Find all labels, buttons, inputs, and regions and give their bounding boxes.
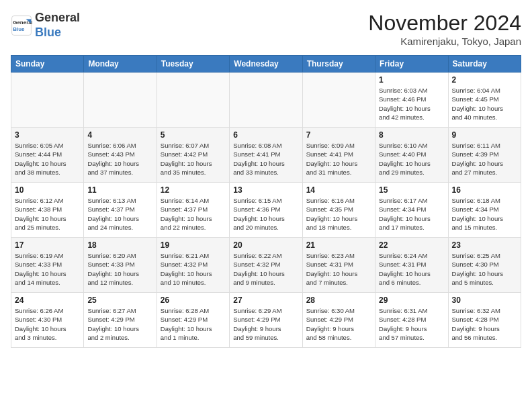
- day-info: Sunrise: 6:20 AM Sunset: 4:33 PM Dayligh…: [87, 251, 152, 287]
- calendar-cell: 15Sunrise: 6:17 AM Sunset: 4:34 PM Dayli…: [375, 183, 448, 238]
- day-number: 22: [379, 240, 444, 250]
- day-number: 23: [452, 240, 517, 250]
- calendar-cell: 5Sunrise: 6:07 AM Sunset: 4:42 PM Daylig…: [157, 128, 229, 183]
- calendar-cell: 28Sunrise: 6:30 AM Sunset: 4:29 PM Dayli…: [302, 293, 375, 348]
- day-number: 7: [306, 130, 371, 140]
- day-number: 20: [233, 240, 298, 250]
- svg-text:Blue: Blue: [13, 26, 25, 32]
- day-number: 26: [161, 295, 226, 305]
- weekday-header-friday: Friday: [375, 56, 448, 73]
- calendar-cell: 8Sunrise: 6:10 AM Sunset: 4:40 PM Daylig…: [375, 128, 448, 183]
- weekday-header-tuesday: Tuesday: [157, 56, 229, 73]
- day-number: 21: [306, 240, 371, 250]
- week-row-0: 1Sunrise: 6:03 AM Sunset: 4:46 PM Daylig…: [11, 73, 521, 128]
- day-info: Sunrise: 6:13 AM Sunset: 4:37 PM Dayligh…: [87, 196, 152, 232]
- day-info: Sunrise: 6:17 AM Sunset: 4:34 PM Dayligh…: [379, 196, 444, 232]
- day-number: 30: [452, 295, 517, 305]
- weekday-header-sunday: Sunday: [11, 56, 84, 73]
- day-info: Sunrise: 6:06 AM Sunset: 4:43 PM Dayligh…: [87, 141, 152, 177]
- day-number: 25: [87, 295, 152, 305]
- logo-text: General Blue: [35, 11, 80, 40]
- day-info: Sunrise: 6:10 AM Sunset: 4:40 PM Dayligh…: [379, 141, 444, 177]
- calendar-cell: 19Sunrise: 6:21 AM Sunset: 4:32 PM Dayli…: [157, 238, 229, 293]
- day-number: 10: [15, 185, 80, 195]
- day-info: Sunrise: 6:28 AM Sunset: 4:29 PM Dayligh…: [161, 306, 226, 342]
- calendar-cell: 26Sunrise: 6:28 AM Sunset: 4:29 PM Dayli…: [157, 293, 229, 348]
- day-info: Sunrise: 6:04 AM Sunset: 4:45 PM Dayligh…: [452, 86, 517, 122]
- calendar-cell: 18Sunrise: 6:20 AM Sunset: 4:33 PM Dayli…: [84, 238, 157, 293]
- day-info: Sunrise: 6:18 AM Sunset: 4:34 PM Dayligh…: [452, 196, 517, 232]
- day-number: 1: [379, 75, 444, 85]
- day-info: Sunrise: 6:19 AM Sunset: 4:33 PM Dayligh…: [15, 251, 80, 287]
- calendar-cell: 3Sunrise: 6:05 AM Sunset: 4:44 PM Daylig…: [11, 128, 84, 183]
- day-info: Sunrise: 6:03 AM Sunset: 4:46 PM Dayligh…: [379, 86, 444, 122]
- calendar-cell: 7Sunrise: 6:09 AM Sunset: 4:41 PM Daylig…: [302, 128, 375, 183]
- calendar-cell: 4Sunrise: 6:06 AM Sunset: 4:43 PM Daylig…: [84, 128, 157, 183]
- day-number: 29: [379, 295, 444, 305]
- day-number: 28: [306, 295, 371, 305]
- month-title: November 2024: [368, 11, 521, 36]
- day-info: Sunrise: 6:11 AM Sunset: 4:39 PM Dayligh…: [452, 141, 517, 177]
- day-info: Sunrise: 6:27 AM Sunset: 4:29 PM Dayligh…: [87, 306, 152, 342]
- day-number: 15: [379, 185, 444, 195]
- day-info: Sunrise: 6:25 AM Sunset: 4:30 PM Dayligh…: [452, 251, 517, 287]
- day-info: Sunrise: 6:16 AM Sunset: 4:35 PM Dayligh…: [306, 196, 371, 232]
- week-row-2: 10Sunrise: 6:12 AM Sunset: 4:38 PM Dayli…: [11, 183, 521, 238]
- day-info: Sunrise: 6:23 AM Sunset: 4:31 PM Dayligh…: [306, 251, 371, 287]
- day-number: 5: [161, 130, 226, 140]
- week-row-3: 17Sunrise: 6:19 AM Sunset: 4:33 PM Dayli…: [11, 238, 521, 293]
- day-number: 3: [15, 130, 80, 140]
- day-number: 19: [161, 240, 226, 250]
- week-row-1: 3Sunrise: 6:05 AM Sunset: 4:44 PM Daylig…: [11, 128, 521, 183]
- weekday-header-saturday: Saturday: [448, 56, 521, 73]
- calendar-cell: 24Sunrise: 6:26 AM Sunset: 4:30 PM Dayli…: [11, 293, 84, 348]
- calendar-cell: 17Sunrise: 6:19 AM Sunset: 4:33 PM Dayli…: [11, 238, 84, 293]
- day-number: 27: [233, 295, 298, 305]
- day-info: Sunrise: 6:05 AM Sunset: 4:44 PM Dayligh…: [15, 141, 80, 177]
- calendar-cell: [11, 73, 84, 128]
- weekday-header-wednesday: Wednesday: [230, 56, 302, 73]
- day-info: Sunrise: 6:26 AM Sunset: 4:30 PM Dayligh…: [15, 306, 80, 342]
- day-info: Sunrise: 6:30 AM Sunset: 4:29 PM Dayligh…: [306, 306, 371, 342]
- calendar-cell: [302, 73, 375, 128]
- calendar-cell: 1Sunrise: 6:03 AM Sunset: 4:46 PM Daylig…: [375, 73, 448, 128]
- day-info: Sunrise: 6:21 AM Sunset: 4:32 PM Dayligh…: [161, 251, 226, 287]
- week-row-4: 24Sunrise: 6:26 AM Sunset: 4:30 PM Dayli…: [11, 293, 521, 348]
- calendar-cell: 13Sunrise: 6:15 AM Sunset: 4:36 PM Dayli…: [230, 183, 302, 238]
- calendar-cell: 12Sunrise: 6:14 AM Sunset: 4:37 PM Dayli…: [157, 183, 229, 238]
- calendar-cell: 9Sunrise: 6:11 AM Sunset: 4:39 PM Daylig…: [448, 128, 521, 183]
- logo-general: General: [35, 11, 80, 24]
- day-number: 12: [161, 185, 226, 195]
- title-block: November 2024 Kamirenjaku, Tokyo, Japan: [368, 11, 521, 47]
- calendar-cell: 20Sunrise: 6:22 AM Sunset: 4:32 PM Dayli…: [230, 238, 302, 293]
- day-number: 13: [233, 185, 298, 195]
- calendar-cell: 23Sunrise: 6:25 AM Sunset: 4:30 PM Dayli…: [448, 238, 521, 293]
- day-number: 9: [452, 130, 517, 140]
- logo-icon: General Blue: [11, 15, 32, 36]
- calendar-cell: 16Sunrise: 6:18 AM Sunset: 4:34 PM Dayli…: [448, 183, 521, 238]
- weekday-header-thursday: Thursday: [302, 56, 375, 73]
- day-number: 16: [452, 185, 517, 195]
- calendar-cell: 29Sunrise: 6:31 AM Sunset: 4:28 PM Dayli…: [375, 293, 448, 348]
- day-info: Sunrise: 6:32 AM Sunset: 4:28 PM Dayligh…: [452, 306, 517, 342]
- calendar-cell: [84, 73, 157, 128]
- day-info: Sunrise: 6:15 AM Sunset: 4:36 PM Dayligh…: [233, 196, 298, 232]
- day-number: 14: [306, 185, 371, 195]
- page-container: General Blue General Blue November 2024 …: [0, 0, 532, 411]
- day-info: Sunrise: 6:09 AM Sunset: 4:41 PM Dayligh…: [306, 141, 371, 177]
- logo-blue: Blue: [35, 26, 61, 39]
- day-info: Sunrise: 6:22 AM Sunset: 4:32 PM Dayligh…: [233, 251, 298, 287]
- day-number: 2: [452, 75, 517, 85]
- day-info: Sunrise: 6:12 AM Sunset: 4:38 PM Dayligh…: [15, 196, 80, 232]
- day-number: 24: [15, 295, 80, 305]
- day-number: 6: [233, 130, 298, 140]
- location: Kamirenjaku, Tokyo, Japan: [368, 36, 521, 47]
- weekday-header-monday: Monday: [84, 56, 157, 73]
- calendar-cell: 27Sunrise: 6:29 AM Sunset: 4:29 PM Dayli…: [230, 293, 302, 348]
- day-info: Sunrise: 6:08 AM Sunset: 4:41 PM Dayligh…: [233, 141, 298, 177]
- day-info: Sunrise: 6:29 AM Sunset: 4:29 PM Dayligh…: [233, 306, 298, 342]
- day-number: 18: [87, 240, 152, 250]
- page-header: General Blue General Blue November 2024 …: [11, 11, 521, 47]
- day-number: 4: [87, 130, 152, 140]
- calendar-table: SundayMondayTuesdayWednesdayThursdayFrid…: [11, 55, 521, 348]
